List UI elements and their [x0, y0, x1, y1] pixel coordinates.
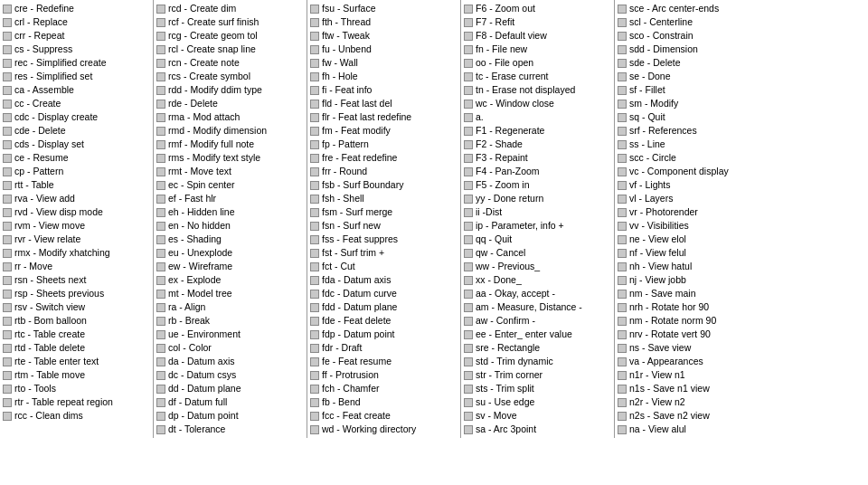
list-item[interactable]: nrh - Rotate hor 90	[615, 300, 769, 314]
list-item[interactable]: ef - Fast hlr	[154, 192, 307, 205]
list-item[interactable]: fth - Thread	[307, 15, 460, 29]
list-item[interactable]: ca - Assemble	[0, 83, 153, 97]
list-item[interactable]: fdr - Draft	[307, 341, 460, 355]
list-item[interactable]: rcf - Create surf finish	[154, 15, 307, 29]
list-item[interactable]: rvd - View disp mode	[0, 205, 153, 219]
list-item[interactable]: wc - Window close	[461, 97, 614, 110]
list-item[interactable]: mt - Model tree	[154, 287, 307, 300]
list-item[interactable]: fe - Feat resume	[307, 355, 460, 368]
list-item[interactable]: rmf - Modify full note	[154, 138, 307, 151]
list-item[interactable]: fb - Bend	[307, 395, 460, 409]
list-item[interactable]: F3 - Repaint	[461, 151, 614, 165]
list-item[interactable]: fm - Feat modify	[307, 124, 460, 138]
list-item[interactable]: fda - Datum axis	[307, 273, 460, 287]
list-item[interactable]: rtb - Bom balloon	[0, 314, 153, 328]
list-item[interactable]: nj - View jobb	[615, 273, 769, 287]
list-item[interactable]: crr - Repeat	[0, 29, 153, 43]
list-item[interactable]: ec - Spin center	[154, 178, 307, 192]
list-item[interactable]: ftw - Tweak	[307, 29, 460, 43]
list-item[interactable]: rte - Table enter text	[0, 355, 153, 368]
list-item[interactable]: rtd - Table delete	[0, 341, 153, 355]
list-item[interactable]: rtc - Table create	[0, 328, 153, 341]
list-item[interactable]: rcs - Create symbol	[154, 70, 307, 83]
list-item[interactable]: qq - Quit	[461, 233, 614, 246]
list-item[interactable]: scl - Centerline	[615, 15, 769, 29]
list-item[interactable]: cc - Create	[0, 97, 153, 110]
list-item[interactable]: srf - References	[615, 124, 769, 138]
list-item[interactable]: da - Datum axis	[154, 355, 307, 368]
list-item[interactable]: eu - Unexplode	[154, 246, 307, 260]
list-item[interactable]: vf - Lights	[615, 178, 769, 192]
list-item[interactable]: sts - Trim split	[461, 382, 614, 395]
list-item[interactable]: rcg - Create geom tol	[154, 29, 307, 43]
list-item[interactable]: fst - Surf trim +	[307, 246, 460, 260]
list-item[interactable]: dc - Datum csys	[154, 368, 307, 382]
list-item[interactable]: yy - Done return	[461, 192, 614, 205]
list-item[interactable]: rec - Simplified create	[0, 56, 153, 70]
list-item[interactable]: rsp - Sheets previous	[0, 287, 153, 300]
list-item[interactable]: ee - Enter_ enter value	[461, 328, 614, 341]
list-item[interactable]: rsn - Sheets next	[0, 273, 153, 287]
list-item[interactable]: cds - Display set	[0, 138, 153, 151]
list-item[interactable]: aa - Okay, accept -	[461, 287, 614, 300]
list-item[interactable]: se - Done	[615, 70, 769, 83]
list-item[interactable]: fsh - Shell	[307, 192, 460, 205]
list-item[interactable]: F4 - Pan-Zoom	[461, 165, 614, 178]
list-item[interactable]: crl - Replace	[0, 15, 153, 29]
list-item[interactable]: sa - Arc 3point	[461, 423, 614, 436]
list-item[interactable]: dt - Tolerance	[154, 423, 307, 436]
list-item[interactable]: rtm - Table move	[0, 368, 153, 382]
list-item[interactable]: sv - Move	[461, 409, 614, 423]
list-item[interactable]: ii -Dist	[461, 205, 614, 219]
list-item[interactable]: res - Simplified set	[0, 70, 153, 83]
list-item[interactable]: fsu - Surface	[307, 2, 460, 15]
list-item[interactable]: en - No hidden	[154, 219, 307, 233]
list-item[interactable]: dp - Datum point	[154, 409, 307, 423]
list-item[interactable]: n2r - View n2	[615, 395, 769, 409]
list-item[interactable]: sde - Delete	[615, 56, 769, 70]
list-item[interactable]: sce - Arc center-ends	[615, 2, 769, 15]
list-item[interactable]: qw - Cancel	[461, 246, 614, 260]
list-item[interactable]: F2 - Shade	[461, 138, 614, 151]
list-item[interactable]: sco - Constrain	[615, 29, 769, 43]
list-item[interactable]: ne - View elol	[615, 233, 769, 246]
list-item[interactable]: su - Use edge	[461, 395, 614, 409]
list-item[interactable]: nh - View hatul	[615, 260, 769, 273]
list-item[interactable]: fdc - Datum curve	[307, 287, 460, 300]
list-item[interactable]: fu - Unbend	[307, 43, 460, 56]
list-item[interactable]: ww - Previous_	[461, 260, 614, 273]
list-item[interactable]: fre - Feat redefine	[307, 151, 460, 165]
list-item[interactable]: sf - Fillet	[615, 83, 769, 97]
list-item[interactable]: cp - Pattern	[0, 165, 153, 178]
list-item[interactable]: rmt - Move text	[154, 165, 307, 178]
list-item[interactable]: rcd - Create dim	[154, 2, 307, 15]
list-item[interactable]: fsm - Surf merge	[307, 205, 460, 219]
list-item[interactable]: rva - View add	[0, 192, 153, 205]
list-item[interactable]: rcl - Create snap line	[154, 43, 307, 56]
list-item[interactable]: F6 - Zoom out	[461, 2, 614, 15]
list-item[interactable]: fsn - Surf new	[307, 219, 460, 233]
list-item[interactable]: ce - Resume	[0, 151, 153, 165]
list-item[interactable]: rcc - Clean dims	[0, 409, 153, 423]
list-item[interactable]: n1r - View n1	[615, 368, 769, 382]
list-item[interactable]: ex - Explode	[154, 273, 307, 287]
list-item[interactable]: ra - Align	[154, 300, 307, 314]
list-item[interactable]: nf - View felul	[615, 246, 769, 260]
list-item[interactable]: flr - Feat last redefine	[307, 110, 460, 124]
list-item[interactable]: rsv - Switch view	[0, 300, 153, 314]
list-item[interactable]: ue - Environment	[154, 328, 307, 341]
list-item[interactable]: cs - Suppress	[0, 43, 153, 56]
list-item[interactable]: sm - Modify	[615, 97, 769, 110]
list-item[interactable]: rcn - Create note	[154, 56, 307, 70]
list-item[interactable]: wd - Working directory	[307, 423, 460, 436]
list-item[interactable]: ff - Protrusion	[307, 368, 460, 382]
list-item[interactable]: cdc - Display create	[0, 110, 153, 124]
list-item[interactable]: col - Color	[154, 341, 307, 355]
list-item[interactable]: sre - Rectangle	[461, 341, 614, 355]
list-item[interactable]: scc - Circle	[615, 151, 769, 165]
list-item[interactable]: F5 - Zoom in	[461, 178, 614, 192]
list-item[interactable]: oo - File open	[461, 56, 614, 70]
list-item[interactable]: fct - Cut	[307, 260, 460, 273]
list-item[interactable]: xx - Done_	[461, 273, 614, 287]
list-item[interactable]: nrv - Rotate vert 90	[615, 328, 769, 341]
